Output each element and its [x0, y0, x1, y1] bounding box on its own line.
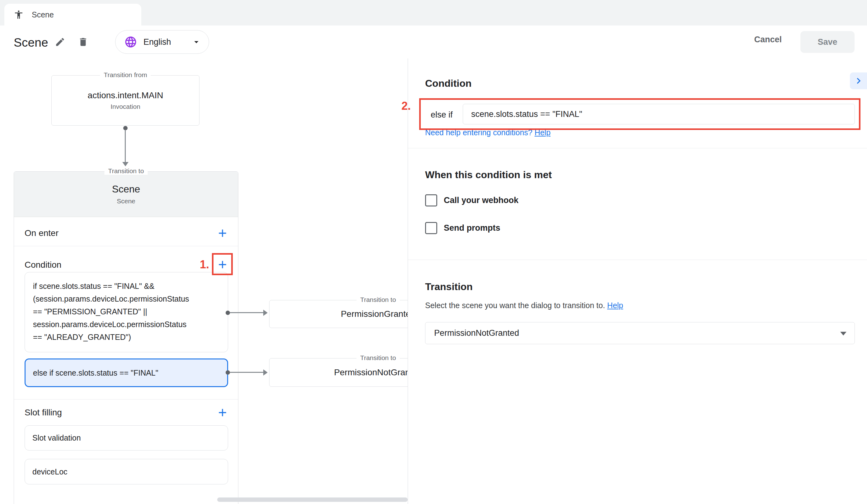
target-scene-name: PermissionGranted	[341, 309, 408, 319]
condition-detail-panel: Condition else if Need help entering con…	[408, 58, 867, 504]
send-prompts-label[interactable]: Send prompts	[444, 223, 500, 233]
transition-help-link[interactable]: Help	[607, 301, 623, 310]
transition-help-line: Select the scene you want the dialog to …	[425, 301, 623, 310]
slot-deviceloc-item[interactable]: deviceLoc	[24, 459, 228, 484]
transition-from-node[interactable]: Transition from actions.intent.MAIN Invo…	[51, 75, 200, 125]
intent-name: actions.intent.MAIN	[88, 90, 163, 100]
transition-heading: Transition	[425, 281, 473, 293]
cancel-button[interactable]: Cancel	[754, 35, 782, 44]
canvas-horizontal-scrollbar[interactable]	[217, 497, 408, 502]
tab-scene[interactable]: Scene	[4, 4, 141, 25]
scene-card-subtitle: Scene	[117, 197, 135, 205]
on-enter-section: On enter	[14, 220, 238, 246]
prompts-checkbox-row: Send prompts	[425, 222, 500, 234]
condition-help-link[interactable]: Help	[535, 128, 550, 137]
scene-card-title: Scene	[112, 184, 140, 195]
caret-down-icon	[191, 37, 201, 47]
arrow-right-icon	[263, 310, 268, 316]
panel-condition-heading: Condition	[425, 78, 471, 89]
scene-editor-page: Scene Scene English Cancel Save	[0, 0, 867, 504]
condition-help-line: Need help entering conditions? Help	[425, 128, 550, 137]
panel-divider	[408, 148, 867, 148]
send-prompts-checkbox[interactable]	[425, 222, 437, 234]
transition-to-legend: Transition to	[357, 296, 400, 304]
globe-icon	[124, 35, 137, 48]
scene-person-icon	[14, 10, 24, 20]
add-slot-button[interactable]	[216, 406, 229, 419]
transition-from-legend: Transition from	[100, 71, 151, 79]
scene-card-header: Scene Scene	[14, 172, 238, 217]
connector-dot	[226, 370, 230, 375]
scene-node-card[interactable]: Transition to Scene Scene On enter Condi…	[14, 171, 238, 504]
transition-scene-select[interactable]: PermissionNotGranted	[425, 322, 855, 344]
transition-help-text: Select the scene you want the dialog to …	[425, 301, 605, 310]
call-webhook-label[interactable]: Call your webhook	[444, 196, 518, 205]
transition-target-permissiongranted[interactable]: Transition to PermissionGranted	[269, 300, 408, 328]
connector-line	[230, 312, 263, 313]
edit-scene-button[interactable]	[55, 37, 65, 47]
caret-down-icon	[840, 332, 846, 336]
language-selector[interactable]: English	[115, 30, 209, 54]
save-button[interactable]: Save	[800, 31, 855, 53]
connector-line	[125, 130, 126, 163]
transition-to-legend: Transition to	[357, 354, 400, 362]
plus-icon	[216, 415, 229, 420]
condition-item-2-selected[interactable]: else if scene.slots.status == "FINAL"	[24, 359, 228, 387]
on-enter-label: On enter	[24, 228, 58, 238]
add-condition-button[interactable]	[216, 259, 229, 271]
call-webhook-checkbox[interactable]	[425, 194, 437, 207]
condition-section-label: Condition	[24, 260, 61, 270]
arrow-down-icon	[122, 162, 129, 166]
slot-filling-label: Slot filling	[24, 408, 62, 418]
transition-to-legend: Transition to	[105, 167, 148, 175]
condition-item-1[interactable]: if scene.slots.status == "FINAL" && (ses…	[24, 272, 228, 352]
scene-diagram-canvas: Transition from actions.intent.MAIN Invo…	[0, 58, 408, 504]
delete-scene-button[interactable]	[78, 37, 88, 47]
tab-label: Scene	[32, 10, 54, 19]
selected-scene-value: PermissionNotGranted	[434, 328, 519, 338]
panel-divider	[408, 260, 867, 260]
language-label: English	[143, 37, 171, 47]
connector-line	[230, 372, 263, 373]
arrow-right-icon	[263, 369, 268, 375]
tab-bar: Scene	[0, 0, 867, 25]
page-title: Scene	[14, 36, 48, 50]
plus-icon	[216, 236, 229, 240]
target-scene-name: PermissionNotGranted	[334, 368, 408, 377]
else-if-label: else if	[431, 110, 453, 120]
slot-filling-section: Slot filling	[14, 399, 238, 425]
when-condition-heading: When this condition is met	[425, 169, 552, 180]
collapse-panel-button[interactable]	[850, 73, 867, 89]
condition-expression-input[interactable]	[463, 104, 855, 124]
header: Scene English Cancel Save	[0, 25, 867, 58]
pencil-icon	[55, 44, 65, 48]
plus-icon	[216, 267, 229, 272]
add-on-enter-button[interactable]	[216, 227, 229, 239]
webhook-checkbox-row: Call your webhook	[425, 194, 518, 207]
slot-validation-item[interactable]: Slot validation	[24, 425, 228, 450]
trash-icon	[78, 44, 88, 48]
intent-type: Invocation	[110, 103, 140, 110]
transition-target-permissionnotgranted[interactable]: Transition to PermissionNotGranted	[269, 358, 408, 387]
chevron-right-icon	[853, 75, 865, 87]
connector-dot	[226, 310, 230, 315]
condition-help-text: Need help entering conditions?	[425, 128, 533, 137]
